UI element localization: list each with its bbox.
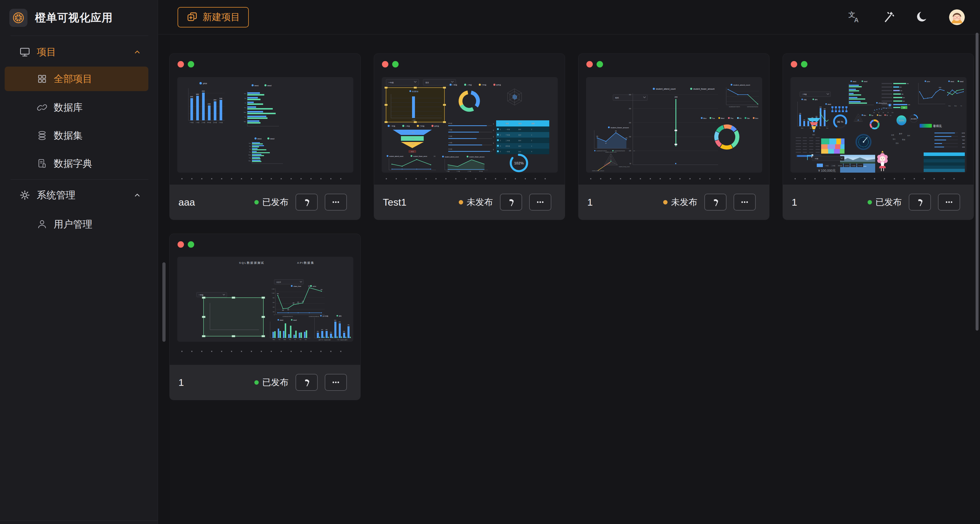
svg-text:Mon: Mon [273,339,275,340]
svg-text:二年级: 二年级 [802,94,807,95]
edit-project-button[interactable] [909,194,931,210]
svg-text:Mon: Mon [248,160,251,161]
svg-text:Wed: Wed [810,127,812,129]
svg-text:999: 999 [824,108,826,110]
more-actions-button[interactable] [325,194,347,210]
red-dot-icon [382,61,388,67]
project-name: 1 [178,377,247,388]
thumbnail-dashboard-test1: 一年级 语文 散花数量 一年 [382,77,558,173]
sidebar-item-label: 数据集 [54,129,83,142]
svg-text:三年级: 三年级 [482,84,487,86]
project-thumbnail[interactable]: SQL数据源测试 API数据集 请选择 一年级 [177,257,353,342]
sidebar-item-user-management[interactable]: 用户管理 [5,212,148,237]
mini-dropdown: 二年级 [800,92,830,97]
main-scrollbar[interactable] [975,33,978,331]
project-thumbnail[interactable]: price 3495 3855 4343 2338 2964 3186 一年级 … [177,77,353,173]
sidebar-item-dataset[interactable]: 数据集 [5,123,148,148]
red-dot-icon [178,241,184,248]
edit-project-button[interactable] [296,194,318,210]
svg-text:四年级: 四年级 [506,145,510,147]
hammer-icon [711,197,721,207]
ellipsis-icon [740,197,749,207]
svg-text:4343: 4343 [202,91,205,92]
svg-text:美术: 美术 [518,151,521,153]
svg-text:二年级: 二年级 [506,134,510,136]
svg-text:一年级: 一年级 [388,82,394,84]
app-root: 橙单可视化应用 项目 全部项目 [0,0,980,524]
ellipsis-icon [331,377,341,387]
section-label: 系统管理 [37,189,126,202]
svg-text:Mon: Mon [244,121,246,123]
svg-text:chineseScore: chineseScore [878,102,888,104]
svg-text:Tue: Tue [712,118,715,119]
language-icon[interactable]: 文 A [848,10,861,24]
svg-text:90: 90 [888,112,889,113]
svg-text:800: 800 [273,297,275,298]
svg-text:student_funny_count: student_funny_count [619,166,630,167]
project-thumbnail[interactable]: 组织 student_attend_count student_flower_a… [586,77,762,173]
hammer-icon [915,197,925,207]
edit-project-button[interactable] [296,374,318,391]
project-card[interactable]: SQL数据源测试 API数据集 请选择 一年级 [169,234,361,400]
svg-text:课时: 课时 [815,99,818,100]
ellipsis-icon [331,197,341,207]
more-actions-button[interactable] [325,374,347,391]
svg-text:data2: data2 [293,319,297,321]
magic-wand-icon[interactable] [881,10,895,24]
svg-text:50%: 50% [899,119,904,122]
svg-text:体育: 体育 [410,151,414,153]
grade-legend: 一年级 二年级 三年级 四年级 [388,125,439,127]
sidebar-section-system[interactable]: 系统管理 [0,186,158,204]
svg-text:36 %: 36 % [837,120,843,123]
sidebar-section-projects[interactable]: 项目 [0,43,158,61]
svg-text:600: 600 [273,302,275,303]
svg-text:Wed: Wed [283,339,286,340]
more-actions-button[interactable] [938,194,960,210]
dark-mode-icon[interactable] [915,10,929,24]
svg-text:散花数量: 散花数量 [412,91,419,92]
svg-text:6034: 6034 [962,147,965,148]
sidebar-scrollbar[interactable] [162,262,165,342]
svg-text:二年级: 二年级 [196,122,199,123]
svg-text:1: 1 [493,136,494,138]
svg-text:499: 499 [816,116,817,117]
svg-text:七年级: 七年级 [858,165,862,167]
svg-text:四年级: 四年级 [207,122,211,123]
svg-text:1,200: 1,200 [272,288,275,290]
sidebar-item-dictionary[interactable]: 数据字典 [5,151,148,176]
svg-text:1: 1 [493,123,494,125]
monitor-icon [19,46,30,57]
project-card[interactable]: 组织 student_attend_count student_flower_a… [578,53,770,220]
mini-dropdowns: 请选择 一年级 [197,280,304,297]
svg-text:1: 1 [531,145,532,147]
project-thumbnail[interactable]: 一年级 语文 散花数量 一年 [382,77,558,173]
svg-text:数学: 数学 [813,134,816,135]
edit-project-button[interactable] [500,194,522,210]
svg-text:看得见: 看得见 [933,124,942,127]
mini-funnel-chart: 一年级 二年级 三年级 体育 [393,130,432,153]
project-thumbnail[interactable]: 二年级 价格 课时 data1 798 299 300 400 499 [791,77,967,173]
user-avatar[interactable] [949,10,965,25]
svg-text:四年级: 四年级 [479,170,483,172]
mini-speedometer [856,135,871,149]
svg-text:499: 499 [903,97,905,99]
sidebar-item-database[interactable]: 数据库 [5,95,148,120]
project-card[interactable]: 一年级 语文 散花数量 一年 [374,53,565,220]
svg-text:499: 499 [903,101,905,102]
svg-text:三年级: 三年级 [831,165,835,167]
new-project-button[interactable]: 新建项目 [178,7,249,27]
mini-radar-chart [508,89,522,105]
svg-text:139: 139 [596,135,598,137]
more-actions-button[interactable] [529,194,551,210]
svg-text:Thu: Thu [249,151,251,153]
edit-project-button[interactable] [704,194,727,210]
project-card[interactable]: price 3495 3855 4343 2338 2964 3186 一年级 … [169,53,361,220]
sidebar-item-label: 用户管理 [54,218,92,231]
more-actions-button[interactable] [733,194,756,210]
new-project-label: 新建项目 [203,11,240,24]
project-card[interactable]: 二年级 价格 课时 data1 798 299 300 400 499 [783,53,974,220]
sidebar-item-all-projects[interactable]: 全部项目 [5,67,148,91]
svg-text:二年级: 二年级 [457,170,460,172]
selected-widget: 散花数量 一年级 [385,87,446,123]
hammer-icon [302,197,312,207]
